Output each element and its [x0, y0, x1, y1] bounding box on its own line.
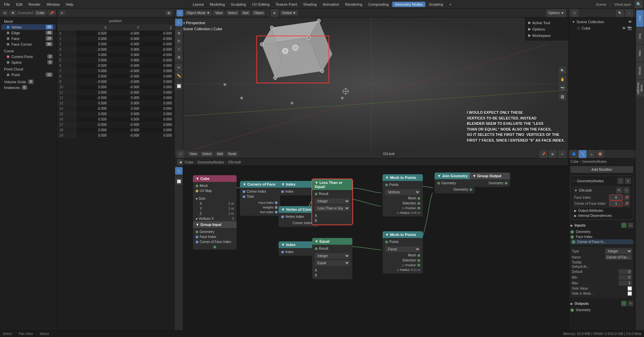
mtp1-mode-select[interactable]: Vertices — [385, 189, 420, 195]
props-mesh-icon[interactable]: △ — [587, 150, 595, 158]
menu-render[interactable]: Render — [26, 2, 43, 7]
spreadsheet-pin-btn[interactable]: 📌 — [48, 10, 56, 15]
node-select-btn[interactable]: Select — [200, 151, 214, 156]
eq-mode-select[interactable]: Equal — [315, 260, 350, 266]
pan-icon[interactable]: ✋ — [559, 76, 566, 83]
mtp2-mode-select[interactable]: Faces — [385, 246, 420, 252]
camera-icon[interactable]: 📷 — [559, 84, 566, 92]
viewport-canvas[interactable]: User Perspective (1) Scene Collection | … — [175, 17, 568, 150]
volume-grids-item[interactable]: Volume Grids 0 — [1, 79, 55, 85]
face-corner-item[interactable]: Face Corner 96 — [1, 41, 55, 47]
options-item[interactable]: ▶ Options — [527, 26, 566, 32]
spreadsheet-object-btn[interactable]: Cube — [34, 10, 46, 15]
node-canvas[interactable]: ↖ ⬜ ▼ Cube Mesh UV Map — [175, 166, 568, 337]
cube-x-row[interactable]: X 1 m — [196, 201, 234, 206]
object-btn[interactable]: Object — [252, 10, 265, 15]
inputs-add-btn[interactable]: + — [621, 223, 627, 228]
face-item[interactable]: Face 24 — [1, 36, 55, 41]
edge-item[interactable]: Edge 48 — [1, 30, 55, 36]
tab-add[interactable]: + — [446, 2, 454, 7]
workspace-item[interactable]: ▶ Workspace — [527, 32, 566, 39]
group-tab[interactable]: Group — [636, 62, 644, 79]
eq-a-row[interactable]: A — [315, 268, 350, 273]
add-modifier-button[interactable]: Add Modifier — [571, 166, 633, 173]
default-value[interactable]: 0 — [618, 269, 632, 274]
node-pin-btn[interactable]: 📌 — [539, 150, 547, 158]
equal-node[interactable]: ▼ Equal Result Integer Equal — [312, 238, 352, 279]
gn-bolt-edit-btn[interactable]: ✏ — [616, 187, 622, 193]
geonodes-check-icon[interactable]: ✓ — [573, 179, 576, 183]
curve-section[interactable]: Curve — [1, 48, 55, 54]
tab-shading[interactable]: Shading — [300, 2, 319, 7]
active-tool-item[interactable]: ▶ Active Tool — [527, 19, 566, 26]
tab-texture-paint[interactable]: Texture Paint — [273, 2, 300, 7]
lte-type-select[interactable]: Integer — [315, 198, 350, 204]
zoom-icon[interactable]: 🔍 — [559, 67, 566, 74]
group-output-node[interactable]: ▼ Group Output Geometry — [470, 173, 510, 187]
corner-face-index-pin-btn[interactable]: 📌 — [624, 201, 630, 206]
spreadsheet-table[interactable]: X Y Z 0 -0.500 -0.500 -0.500 1 0.000 -0.… — [57, 25, 174, 331]
outputs-remove-btn[interactable]: − — [628, 301, 633, 306]
node-close-btn[interactable]: × — [558, 150, 566, 158]
eq-type-select[interactable]: Integer — [315, 253, 350, 259]
cube-vx-row[interactable]: ● Vertices X 3 — [196, 216, 234, 221]
breadcrumb-gn-bolt[interactable]: GN-bolt — [228, 160, 241, 164]
menu-edit[interactable]: Edit — [13, 2, 25, 7]
tab-animation[interactable]: Animation — [320, 2, 342, 7]
tab-scripting[interactable]: Scripting — [426, 2, 446, 7]
cube-z-row[interactable]: Z 1 m — [196, 211, 234, 216]
tab-layout[interactable]: Layout — [190, 2, 206, 7]
node-view-btn[interactable]: View — [188, 151, 199, 156]
output-attrs-row[interactable]: ▶ Output Attributes — [573, 208, 631, 213]
point-cloud-section[interactable]: Point Cloud — [1, 66, 55, 72]
data-mode-btn[interactable]: ≡ — [59, 10, 65, 15]
menu-window[interactable]: Window — [44, 2, 62, 7]
cursor-tool[interactable]: ↖ — [175, 19, 183, 26]
cube-render-icon[interactable]: 📷 — [627, 26, 632, 30]
vertex-item[interactable]: Vertex 26 — [1, 24, 55, 30]
rotate-tool[interactable]: ↻ — [175, 37, 183, 45]
outliner-sync-icon[interactable]: ↕ — [625, 9, 633, 17]
data-filter-btn[interactable]: ⊞ — [165, 10, 172, 15]
tab-sculpting[interactable]: Sculpting — [228, 2, 249, 7]
add-btn[interactable]: Add — [241, 10, 251, 15]
mtp2-radius-row[interactable]: ◇ Radius 0.11 m — [385, 268, 420, 272]
scene-collection-item[interactable]: ▼ Scene Collection 👁 — [571, 19, 633, 25]
scale-tool[interactable]: ⤢ — [175, 45, 183, 53]
breadcrumb-cube[interactable]: Cube — [185, 160, 193, 164]
node-wrangler-tab[interactable]: Node Wrangler — [636, 80, 644, 97]
cube-eye-icon[interactable]: 👁 — [622, 26, 626, 30]
spline-item[interactable]: Spline 0 — [1, 59, 55, 65]
node-toggle-btn[interactable]: ◀ — [177, 159, 183, 165]
viewport-mode-icon[interactable]: ⬡ — [177, 10, 183, 16]
geonodes-more-btn[interactable]: ⋮ — [617, 178, 624, 184]
transform-tool[interactable]: ⊞ — [175, 53, 183, 61]
face-index-pin-btn[interactable]: 📌 — [624, 195, 630, 200]
less-than-equal-node[interactable]: ▼ Less Than or Equal Result Integer Less… — [312, 179, 352, 225]
render-icon[interactable]: 🖼 — [559, 93, 566, 100]
object-mode-dropdown[interactable]: Object Mode ▼ — [185, 10, 212, 15]
view-tab[interactable]: View — [636, 45, 644, 62]
control-point-item[interactable]: Control Point 0 — [1, 54, 55, 59]
measure-tool[interactable]: 📏 — [175, 72, 183, 79]
join-geometry-node[interactable]: ▼ Join Geometry Geometry Geometry — [435, 173, 475, 193]
group-input-node[interactable]: ▼ Group Input Geometry Face Index Cor — [193, 221, 237, 250]
cube-y-row[interactable]: Y 1 m — [196, 206, 234, 211]
lte-mode-select[interactable]: Less Than or Equal — [315, 205, 350, 211]
search-button[interactable]: 🔍 — [635, 0, 643, 8]
node-node-btn[interactable]: Node — [226, 151, 238, 156]
item-tab[interactable]: Item — [636, 10, 644, 27]
node-maximize-btn[interactable]: ⊞ — [549, 150, 557, 158]
node-cursor-tool[interactable]: ↖ — [175, 167, 183, 175]
tab-uv-editing[interactable]: UV Editing — [249, 2, 272, 7]
name-input[interactable] — [605, 255, 632, 260]
instances-item[interactable]: Instances 0 — [1, 85, 55, 90]
face-index-value[interactable]: 6 — [609, 195, 623, 200]
geonodes-close-btn[interactable]: × — [625, 178, 631, 184]
props-cube-label[interactable]: Cube — [571, 160, 579, 163]
mesh-to-points-1[interactable]: ▼ Mesh to Points Points Vertices Mesh — [383, 174, 423, 216]
tool-tab[interactable]: Tool — [636, 28, 644, 44]
scene-collection-eye-icon[interactable]: 👁 — [628, 20, 632, 24]
internal-deps-row[interactable]: ▶ Internal Dependencies — [573, 213, 631, 218]
lte-a-row[interactable]: A — [315, 213, 350, 218]
